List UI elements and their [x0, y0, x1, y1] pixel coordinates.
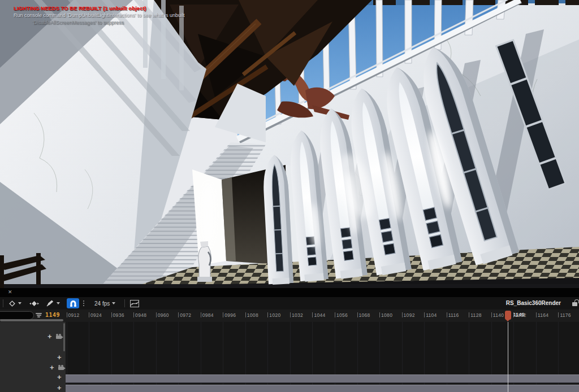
fps-dropdown[interactable]: 24 fps [92, 298, 118, 308]
auto-key-diamond-icon [29, 300, 39, 307]
playhead-marker[interactable] [505, 311, 511, 320]
ruler-frame-label: 0960 [158, 312, 169, 318]
add-track-button[interactable]: + [50, 364, 54, 371]
sequence-name[interactable]: RS_Basic360Render [506, 300, 561, 306]
sequencer-toolbar: 24 fps [0, 297, 579, 310]
ruler-frame-label: 1140 [493, 312, 504, 318]
search-input[interactable] [0, 311, 34, 320]
ruler-tick [89, 312, 89, 317]
viewport-3d-scene [0, 0, 579, 288]
close-tab-icon[interactable]: ✕ [8, 289, 12, 295]
chevron-down-icon [18, 302, 21, 304]
ruler-frame-label: 1080 [381, 312, 392, 318]
ruler-frame-label: 1056 [336, 312, 348, 318]
ruler-tick [469, 312, 469, 317]
keyframe-options-button[interactable] [6, 298, 24, 308]
sequencer-panel: ✕ [0, 288, 579, 392]
track-section-bar[interactable] [66, 385, 579, 392]
viewport-3d[interactable]: LIGHTING NEEDS TO BE REBUILT (1 unbuilt … [0, 0, 579, 288]
ruler-frame-label: 0912 [68, 312, 80, 318]
add-track-button[interactable]: + [47, 333, 52, 340]
current-frame-display[interactable]: 1149 [45, 312, 60, 318]
timeline-ruler[interactable]: 0912092409360948096009720984099610081020… [66, 310, 579, 322]
add-track-button[interactable]: + [57, 374, 62, 381]
ruler-tick [223, 312, 223, 317]
lighting-warning: LIGHTING NEEDS TO BE REBUILT (1 unbuilt … [14, 5, 185, 27]
unreal-editor-window: LIGHTING NEEDS TO BE REBUILT (1 unbuilt … [0, 0, 579, 392]
ruler-frame-label: 1164 [538, 312, 548, 318]
ruler-frame-label: 1032 [292, 312, 303, 318]
ruler-tick [424, 312, 425, 317]
ruler-frame-label: 1020 [269, 312, 280, 318]
ruler-frame-label: 1128 [470, 312, 481, 318]
ruler-frame-label: 0936 [113, 312, 124, 318]
ruler-tick [245, 312, 246, 317]
ruler-tick [379, 312, 380, 317]
ruler-frame-label: 0972 [180, 312, 191, 318]
track-outliner: +++++ [0, 322, 66, 392]
curve-interpolation-button[interactable] [44, 298, 62, 308]
ruler-tick [536, 312, 537, 317]
curve-editor-icon [130, 300, 139, 307]
ruler-frame-label: 1044 [314, 312, 325, 318]
ruler-frame-label: 1008 [247, 312, 258, 318]
sequencer-tracks-area: +++++ [0, 322, 579, 392]
track-section-bar[interactable] [66, 374, 579, 383]
ruler-frame-label: 0996 [224, 312, 236, 318]
curve-pen-icon [46, 299, 54, 307]
ruler-frame-label: 1116 [448, 312, 459, 318]
add-track-button[interactable]: + [57, 354, 62, 361]
auto-key-button[interactable] [27, 298, 41, 308]
playhead-frame-label: 1149 [513, 311, 524, 317]
warning-line-3: 'DisableAllScreenMessages' to suppress [14, 19, 185, 27]
camera-icon [58, 367, 64, 370]
ruler-frame-label: 1176 [560, 312, 571, 318]
ruler-tick [558, 312, 559, 317]
warning-line-2: Run console command 'DumpUnbuiltLightInt… [14, 12, 185, 19]
ruler-tick [111, 312, 112, 317]
sequencer-tab-bar: ✕ [0, 288, 579, 297]
ruler-tick [156, 312, 157, 317]
ruler-tick [312, 312, 313, 317]
roof-eave-strip [339, 0, 579, 5]
ruler-tick [447, 312, 447, 317]
ruler-tick [67, 312, 67, 317]
ruler-tick [357, 312, 358, 317]
lock-icon[interactable] [572, 299, 579, 307]
chevron-down-icon [112, 302, 115, 304]
vertical-scrollbar[interactable] [63, 323, 65, 351]
ruler-frame-label: 0948 [135, 312, 146, 318]
ruler-frame-label: 1068 [359, 312, 370, 318]
ruler-tick [290, 312, 291, 317]
ruler-tick [267, 312, 268, 317]
ruler-tick [133, 312, 134, 317]
ruler-tick [201, 312, 201, 317]
add-track-button[interactable]: + [57, 385, 62, 391]
fps-label: 24 fps [94, 300, 110, 307]
camera-icon [56, 336, 62, 339]
horizontal-scrollbar[interactable] [0, 319, 63, 321]
ruler-tick [335, 312, 335, 317]
ruler-frame-label: 1092 [404, 312, 415, 318]
keyframe-diamond-icon [8, 300, 16, 307]
ruler-tick [491, 312, 492, 317]
timeline-grid[interactable] [66, 322, 579, 392]
ruler-frame-label: 0924 [90, 312, 102, 318]
toolbar-separator [3, 299, 3, 307]
ruler-frame-label: 1104 [426, 312, 437, 318]
snap-toggle-button[interactable] [67, 298, 79, 308]
snap-options-ellipsis-icon[interactable] [83, 300, 84, 302]
warning-line-1: LIGHTING NEEDS TO BE REBUILT (1 unbuilt … [14, 5, 185, 12]
ruler-tick [178, 312, 179, 317]
sequencer-time-row: 1149 09120924093609480960097209840996100… [0, 310, 579, 323]
filter-icon[interactable] [36, 313, 42, 318]
toolbar-separator [124, 299, 125, 307]
chevron-down-icon [57, 302, 60, 304]
playhead-line [508, 322, 508, 392]
ruler-frame-label: 0984 [202, 312, 214, 318]
snap-magnet-icon [70, 300, 77, 307]
ruler-tick [402, 312, 403, 317]
curve-editor-toggle-button[interactable] [128, 298, 141, 308]
